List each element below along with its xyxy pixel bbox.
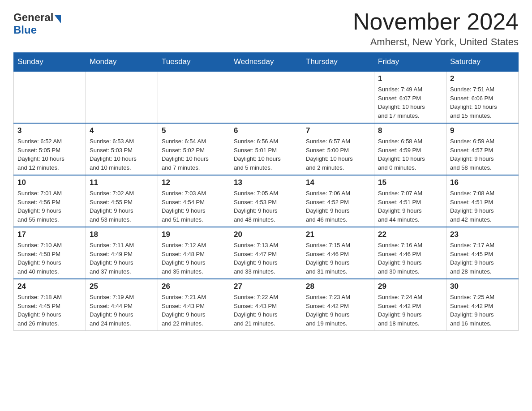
day-number: 25 (90, 282, 154, 291)
calendar-cell: 10Sunrise: 7:01 AM Sunset: 4:56 PM Dayli… (14, 175, 86, 227)
week-row-5: 24Sunrise: 7:18 AM Sunset: 4:45 PM Dayli… (14, 279, 519, 331)
calendar-cell (302, 71, 374, 123)
day-info: Sunrise: 7:02 AM Sunset: 4:55 PM Dayligh… (90, 189, 154, 224)
day-number: 1 (378, 74, 442, 83)
calendar-cell: 9Sunrise: 6:59 AM Sunset: 4:57 PM Daylig… (446, 123, 519, 175)
logo-general-text: General (13, 11, 61, 24)
day-number: 15 (378, 178, 442, 187)
day-info: Sunrise: 7:10 AM Sunset: 4:50 PM Dayligh… (17, 241, 82, 276)
weekday-header-row: SundayMondayTuesdayWednesdayThursdayFrid… (14, 53, 519, 72)
calendar-cell: 15Sunrise: 7:07 AM Sunset: 4:51 PM Dayli… (374, 175, 446, 227)
day-number: 6 (234, 126, 298, 135)
day-number: 29 (378, 282, 442, 291)
calendar-cell (14, 71, 86, 123)
day-info: Sunrise: 7:23 AM Sunset: 4:42 PM Dayligh… (306, 293, 370, 328)
calendar-cell: 11Sunrise: 7:02 AM Sunset: 4:55 PM Dayli… (86, 175, 158, 227)
day-number: 19 (162, 230, 226, 239)
calendar-cell: 16Sunrise: 7:08 AM Sunset: 4:51 PM Dayli… (446, 175, 519, 227)
weekday-header-thursday: Thursday (302, 53, 374, 72)
calendar-cell: 3Sunrise: 6:52 AM Sunset: 5:05 PM Daylig… (14, 123, 86, 175)
day-info: Sunrise: 7:17 AM Sunset: 4:45 PM Dayligh… (450, 241, 515, 276)
calendar-cell: 2Sunrise: 7:51 AM Sunset: 6:06 PM Daylig… (446, 71, 519, 123)
day-info: Sunrise: 7:51 AM Sunset: 6:06 PM Dayligh… (450, 85, 515, 120)
day-number: 22 (378, 230, 442, 239)
day-info: Sunrise: 7:05 AM Sunset: 4:53 PM Dayligh… (234, 189, 298, 224)
calendar-cell: 22Sunrise: 7:16 AM Sunset: 4:46 PM Dayli… (374, 227, 446, 279)
day-number: 23 (450, 230, 515, 239)
weekday-header-sunday: Sunday (14, 53, 86, 72)
day-number: 3 (17, 126, 82, 135)
calendar-cell: 4Sunrise: 6:53 AM Sunset: 5:03 PM Daylig… (86, 123, 158, 175)
day-number: 30 (450, 282, 515, 291)
day-info: Sunrise: 6:54 AM Sunset: 5:02 PM Dayligh… (162, 137, 226, 172)
day-info: Sunrise: 7:49 AM Sunset: 6:07 PM Dayligh… (378, 85, 442, 120)
day-number: 11 (90, 178, 154, 187)
location-subtitle: Amherst, New York, United States (353, 36, 519, 48)
calendar-cell: 23Sunrise: 7:17 AM Sunset: 4:45 PM Dayli… (446, 227, 519, 279)
logo-blue-text: Blue (13, 24, 37, 36)
day-info: Sunrise: 6:56 AM Sunset: 5:01 PM Dayligh… (234, 137, 298, 172)
calendar-cell: 28Sunrise: 7:23 AM Sunset: 4:42 PM Dayli… (302, 279, 374, 331)
calendar-cell: 13Sunrise: 7:05 AM Sunset: 4:53 PM Dayli… (230, 175, 302, 227)
week-row-1: 1Sunrise: 7:49 AM Sunset: 6:07 PM Daylig… (14, 71, 519, 123)
week-row-2: 3Sunrise: 6:52 AM Sunset: 5:05 PM Daylig… (14, 123, 519, 175)
calendar-cell (86, 71, 158, 123)
day-info: Sunrise: 7:01 AM Sunset: 4:56 PM Dayligh… (17, 189, 82, 224)
calendar-cell: 29Sunrise: 7:24 AM Sunset: 4:42 PM Dayli… (374, 279, 446, 331)
day-number: 27 (234, 282, 298, 291)
calendar-cell: 17Sunrise: 7:10 AM Sunset: 4:50 PM Dayli… (14, 227, 86, 279)
calendar-cell: 30Sunrise: 7:25 AM Sunset: 4:42 PM Dayli… (446, 279, 519, 331)
day-info: Sunrise: 7:22 AM Sunset: 4:43 PM Dayligh… (234, 293, 298, 328)
calendar-cell: 25Sunrise: 7:19 AM Sunset: 4:44 PM Dayli… (86, 279, 158, 331)
calendar-cell: 19Sunrise: 7:12 AM Sunset: 4:48 PM Dayli… (158, 227, 230, 279)
day-info: Sunrise: 7:16 AM Sunset: 4:46 PM Dayligh… (378, 241, 442, 276)
calendar-cell: 8Sunrise: 6:58 AM Sunset: 4:59 PM Daylig… (374, 123, 446, 175)
day-info: Sunrise: 7:12 AM Sunset: 4:48 PM Dayligh… (162, 241, 226, 276)
weekday-header-friday: Friday (374, 53, 446, 72)
weekday-header-tuesday: Tuesday (158, 53, 230, 72)
day-number: 10 (17, 178, 82, 187)
calendar-table: SundayMondayTuesdayWednesdayThursdayFrid… (13, 52, 519, 331)
weekday-header-wednesday: Wednesday (230, 53, 302, 72)
calendar-cell: 14Sunrise: 7:06 AM Sunset: 4:52 PM Dayli… (302, 175, 374, 227)
day-number: 16 (450, 178, 515, 187)
calendar-cell (158, 71, 230, 123)
week-row-4: 17Sunrise: 7:10 AM Sunset: 4:50 PM Dayli… (14, 227, 519, 279)
day-number: 28 (306, 282, 370, 291)
day-info: Sunrise: 7:21 AM Sunset: 4:43 PM Dayligh… (162, 293, 226, 328)
calendar-cell: 12Sunrise: 7:03 AM Sunset: 4:54 PM Dayli… (158, 175, 230, 227)
day-number: 14 (306, 178, 370, 187)
calendar-cell: 7Sunrise: 6:57 AM Sunset: 5:00 PM Daylig… (302, 123, 374, 175)
day-number: 17 (17, 230, 82, 239)
day-info: Sunrise: 7:03 AM Sunset: 4:54 PM Dayligh… (162, 189, 226, 224)
calendar-cell: 26Sunrise: 7:21 AM Sunset: 4:43 PM Dayli… (158, 279, 230, 331)
calendar-cell (230, 71, 302, 123)
title-area: November 2024 Amherst, New York, United … (353, 9, 519, 48)
day-info: Sunrise: 7:06 AM Sunset: 4:52 PM Dayligh… (306, 189, 370, 224)
day-info: Sunrise: 6:53 AM Sunset: 5:03 PM Dayligh… (90, 137, 154, 172)
day-info: Sunrise: 7:24 AM Sunset: 4:42 PM Dayligh… (378, 293, 442, 328)
calendar-cell: 18Sunrise: 7:11 AM Sunset: 4:49 PM Dayli… (86, 227, 158, 279)
day-info: Sunrise: 7:07 AM Sunset: 4:51 PM Dayligh… (378, 189, 442, 224)
day-number: 24 (17, 282, 82, 291)
calendar-cell: 27Sunrise: 7:22 AM Sunset: 4:43 PM Dayli… (230, 279, 302, 331)
day-info: Sunrise: 7:15 AM Sunset: 4:46 PM Dayligh… (306, 241, 370, 276)
week-row-3: 10Sunrise: 7:01 AM Sunset: 4:56 PM Dayli… (14, 175, 519, 227)
day-number: 4 (90, 126, 154, 135)
day-info: Sunrise: 6:52 AM Sunset: 5:05 PM Dayligh… (17, 137, 82, 172)
day-info: Sunrise: 6:57 AM Sunset: 5:00 PM Dayligh… (306, 137, 370, 172)
day-number: 20 (234, 230, 298, 239)
day-info: Sunrise: 6:58 AM Sunset: 4:59 PM Dayligh… (378, 137, 442, 172)
day-number: 8 (378, 126, 442, 135)
calendar-cell: 20Sunrise: 7:13 AM Sunset: 4:47 PM Dayli… (230, 227, 302, 279)
calendar-cell: 1Sunrise: 7:49 AM Sunset: 6:07 PM Daylig… (374, 71, 446, 123)
calendar-cell: 5Sunrise: 6:54 AM Sunset: 5:02 PM Daylig… (158, 123, 230, 175)
day-info: Sunrise: 6:59 AM Sunset: 4:57 PM Dayligh… (450, 137, 515, 172)
day-number: 5 (162, 126, 226, 135)
calendar-cell: 21Sunrise: 7:15 AM Sunset: 4:46 PM Dayli… (302, 227, 374, 279)
logo: General Blue (13, 11, 61, 36)
day-info: Sunrise: 7:13 AM Sunset: 4:47 PM Dayligh… (234, 241, 298, 276)
day-number: 7 (306, 126, 370, 135)
day-info: Sunrise: 7:11 AM Sunset: 4:49 PM Dayligh… (90, 241, 154, 276)
day-info: Sunrise: 7:19 AM Sunset: 4:44 PM Dayligh… (90, 293, 154, 328)
